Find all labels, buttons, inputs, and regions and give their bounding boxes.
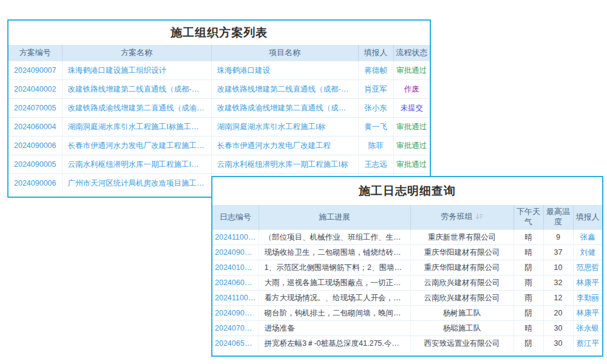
- log-team-text: 云南欣兴建材有限公司: [410, 291, 514, 306]
- log-reporter-link[interactable]: 李勤丽: [573, 291, 602, 306]
- log-id-link[interactable]: 2024090009: [212, 306, 259, 321]
- log-reporter-link[interactable]: 蔡江平: [573, 336, 602, 351]
- project-name-link[interactable]: 改建铁路线增建第二线直通线（成都-西安...: [211, 80, 358, 99]
- project-name-link[interactable]: 改建铁路成渝线增建第二直通线（成渝枢...: [211, 99, 358, 118]
- plan-status-badge: 审批通过: [393, 61, 430, 80]
- log-col-header-team-label: 劳务班组: [441, 212, 473, 221]
- plan-reporter-link[interactable]: 陈菲: [358, 136, 393, 155]
- log-team-text: 重庆华阳建材有限公司: [410, 260, 514, 275]
- log-col-header-team[interactable]: 劳务班组: [410, 205, 514, 230]
- plan-table-row: 2024040002 改建铁路线增建第二线直通线（成都-西安）... 改建铁路线…: [8, 80, 430, 99]
- log-team-text: 重庆华阳建材有限公司: [410, 245, 514, 260]
- plan-reporter-link[interactable]: 肖亚军: [358, 80, 393, 99]
- log-table-row: 2024010004 1、示范区北侧围墙钢筋下料；2、围墙地... 重庆华阳建材…: [212, 260, 602, 275]
- plan-name-link[interactable]: 云南水利枢纽潜明水库一期工程施工I标施工组...: [62, 155, 211, 174]
- log-id-link[interactable]: 2024110001: [212, 291, 259, 306]
- project-name-link[interactable]: 云南水利枢纽潜明水库一期工程施工I标: [211, 155, 358, 174]
- log-reporter-link[interactable]: 范思哲: [573, 260, 602, 275]
- log-query-title: 施工日志明细查询: [212, 177, 602, 205]
- log-progress-text: 砌台阶，钩机排土，二包砌间墙，晚间加...: [259, 306, 410, 321]
- log-id-link[interactable]: 2024060003: [212, 275, 259, 291]
- plan-name-link[interactable]: 珠海鹤港口建设施工组织设计: [62, 61, 211, 80]
- plan-reporter-link[interactable]: 蒋德帧: [358, 61, 393, 80]
- sort-descending-icon[interactable]: [475, 212, 483, 223]
- plan-name-link[interactable]: 湖南洞庭湖水库引水工程施工I标施工组织设计: [62, 118, 211, 136]
- log-progress-text: （部位项目、机械作业、班组工作、生产...: [259, 230, 410, 245]
- project-name-link[interactable]: 长春市伊通河水力发电厂改建工程: [211, 136, 358, 155]
- log-temp-text: 32: [543, 275, 573, 291]
- log-table-row: 2024060003 大雨，巡视各施工现场围蔽点，一切正常... 云南欣兴建材有…: [212, 275, 602, 291]
- log-id-link[interactable]: 2024090004: [212, 245, 259, 260]
- log-reporter-link[interactable]: 林康平: [573, 275, 602, 291]
- log-weather-text: 阴: [514, 336, 543, 351]
- log-query-panel: 施工日志明细查询 日志编号 施工进展 劳务班组 下午天气 最高温度 填报人 20…: [211, 176, 603, 357]
- log-col-header-progress: 施工进展: [259, 205, 410, 230]
- log-reporter-link[interactable]: 张鑫: [573, 230, 602, 245]
- project-name-link[interactable]: 湖南洞庭湖水库引水工程施工I标: [211, 118, 358, 136]
- log-progress-text: 现场收拾卫生，二包砌围墙，铺烧结砖，...: [259, 245, 410, 260]
- plan-id-link[interactable]: 2024060004: [8, 118, 62, 136]
- log-table-row: 20240650002 拼宽桥左幅3＃-0桩基总深度41.275.今日进... …: [212, 336, 602, 351]
- log-team-text: 重庆新世界有限公司: [410, 230, 514, 245]
- log-team-text: 杨聪施工队: [410, 321, 514, 336]
- log-table-body: 2024110013 （部位项目、机械作业、班组工作、生产... 重庆新世界有限…: [212, 230, 602, 351]
- plan-table-body: 2024090007 珠海鹤港口建设施工组织设计 珠海鹤港口建设 蒋德帧 审批通…: [8, 61, 430, 193]
- plan-status-badge: 审批通过: [393, 118, 430, 136]
- log-col-header-reporter: 填报人: [573, 205, 602, 230]
- plan-id-link[interactable]: 2024070005: [8, 99, 62, 118]
- log-table-row: 2024110001 看方大现场情况。、给现场工人开会，整... 云南欣兴建材有…: [212, 291, 602, 306]
- plan-table: 方案编号 方案名称 项目名称 填报人 流程状态 2024090007 珠海鹤港口…: [8, 45, 430, 193]
- log-id-link[interactable]: 2024070011: [212, 321, 259, 336]
- log-table-header-row: 日志编号 施工进展 劳务班组 下午天气 最高温度 填报人: [212, 205, 602, 230]
- log-reporter-link[interactable]: 刘健: [573, 245, 602, 260]
- plan-id-link[interactable]: 2024090006: [8, 136, 62, 155]
- plan-name-link[interactable]: 长春市伊通河水力发电厂改建工程施工组织设计: [62, 136, 211, 155]
- log-progress-text: 拼宽桥左幅3＃-0桩基总深度41.275.今日进...: [259, 336, 410, 351]
- plan-list-title: 施工组织方案列表: [8, 21, 430, 45]
- plan-id-link[interactable]: 2024090006: [8, 174, 62, 193]
- page: { "colors": { "panel_border": "#25aede",…: [0, 0, 607, 364]
- log-reporter-link[interactable]: 张永银: [573, 321, 602, 336]
- plan-col-header-project: 项目名称: [211, 45, 358, 61]
- log-id-link[interactable]: 2024010004: [212, 260, 259, 275]
- log-id-link[interactable]: 2024110013: [212, 230, 259, 245]
- log-team-text: 西安致远置业有限公司: [410, 336, 514, 351]
- log-id-link[interactable]: 20240650002: [212, 336, 259, 351]
- project-name-link[interactable]: 珠海鹤港口建设: [211, 61, 358, 80]
- plan-table-row: 2024060004 湖南洞庭湖水库引水工程施工I标施工组织设计 湖南洞庭湖水库…: [8, 118, 430, 136]
- log-reporter-link[interactable]: 林康平: [573, 306, 602, 321]
- log-progress-text: 1、示范区北侧围墙钢筋下料；2、围墙地...: [259, 260, 410, 275]
- plan-reporter-link[interactable]: 王志远: [358, 155, 393, 174]
- plan-col-header-status: 流程状态: [393, 45, 430, 61]
- plan-id-link[interactable]: 2024040002: [8, 80, 62, 99]
- log-weather-text: 阴: [514, 306, 543, 321]
- plan-id-link[interactable]: 2024090007: [8, 61, 62, 80]
- log-table: 日志编号 施工进展 劳务班组 下午天气 最高温度 填报人 2024110013 …: [212, 205, 602, 351]
- log-weather-text: 晴: [514, 321, 543, 336]
- plan-name-link[interactable]: 广州市天河区统计局机房改造项目施工组织设计: [62, 174, 211, 193]
- log-weather-text: 晴: [514, 230, 543, 245]
- log-table-row: 2024090009 砌台阶，钩机排土，二包砌间墙，晚间加... 杨树施工队 阴…: [212, 306, 602, 321]
- log-progress-text: 进场准备: [259, 321, 410, 336]
- log-temp-text: 9: [543, 230, 573, 245]
- log-col-header-temp: 最高温度: [543, 205, 573, 230]
- plan-table-header-row: 方案编号 方案名称 项目名称 填报人 流程状态: [8, 45, 430, 61]
- plan-table-row: 2024090006 长春市伊通河水力发电厂改建工程施工组织设计 长春市伊通河水…: [8, 136, 430, 155]
- plan-status-badge: 审批通过: [393, 155, 430, 174]
- plan-id-link[interactable]: 2024090005: [8, 155, 62, 174]
- plan-table-row: 2024070005 改建铁路成渝线增建第二直通线（成渝枢纽）... 改建铁路成…: [8, 99, 430, 118]
- plan-status-badge: 作废: [393, 80, 430, 99]
- log-col-header-weather: 下午天气: [514, 205, 543, 230]
- log-team-text: 杨树施工队: [410, 306, 514, 321]
- plan-col-header-name: 方案名称: [62, 45, 211, 61]
- plan-name-link[interactable]: 改建铁路成渝线增建第二直通线（成渝枢纽）...: [62, 99, 211, 118]
- log-col-header-id: 日志编号: [212, 205, 259, 230]
- plan-status-badge: 审批通过: [393, 136, 430, 155]
- plan-name-link[interactable]: 改建铁路线增建第二线直通线（成都-西安）...: [62, 80, 211, 99]
- log-temp-text: 30: [543, 336, 573, 351]
- log-temp-text: 30: [543, 321, 573, 336]
- plan-reporter-link[interactable]: 黄一飞: [358, 118, 393, 136]
- log-weather-text: 阴: [514, 260, 543, 275]
- plan-reporter-link[interactable]: 张小东: [358, 99, 393, 118]
- plan-col-header-id: 方案编号: [8, 45, 62, 61]
